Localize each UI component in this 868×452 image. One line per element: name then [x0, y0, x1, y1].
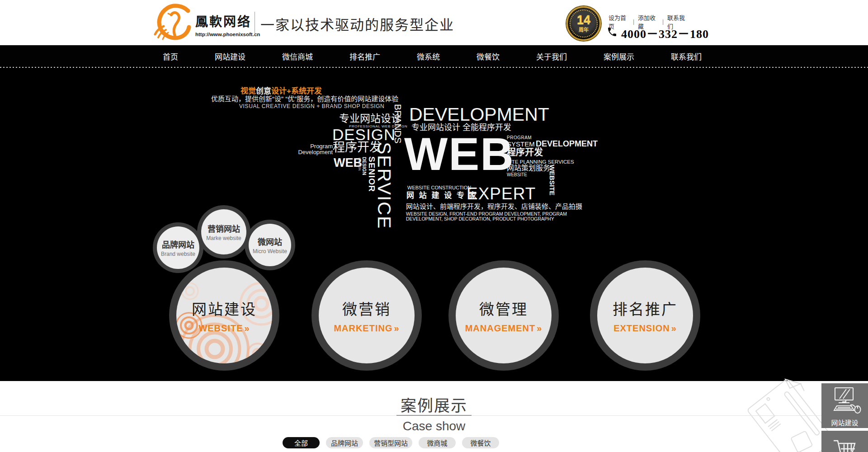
bubble-title: 营销网站: [208, 222, 240, 234]
case-show-title: 案例展示: [0, 393, 868, 416]
cloud-zh-services-line: 网站设计、前端程序开发，程序开发、店铺装修、产品拍摄: [406, 203, 582, 210]
cloud-senior-vertical: SENIOR: [367, 156, 376, 192]
bubble-subtitle: Micro Website: [253, 248, 287, 254]
case-show-section: 案例展示 Case show 全部 品牌网站 营销型网站 微商城 微餐饮: [0, 381, 868, 452]
service-subtitle: WEBSITE: [198, 323, 243, 334]
cloud-website-construction: WEBSITE CONSTRUCTION: [407, 185, 471, 191]
cloud-brands-vertical: BRANDS: [393, 104, 403, 144]
anniversary-number: 14: [577, 14, 590, 26]
nav-item-micro-catering[interactable]: 微餐饮: [476, 51, 500, 62]
service-circle-ranking-extension[interactable]: 排名推广 EXTENSION »: [590, 260, 700, 371]
logo[interactable]: 鳳軟网络 http://www.phoenixsoft.cn: [195, 12, 260, 37]
computer-icon: [829, 387, 861, 416]
filter-all[interactable]: 全部: [283, 437, 320, 448]
cloud-development-medium: DEVELOPMENT: [536, 140, 598, 148]
phone-icon: [607, 27, 618, 39]
cloud-system: SYSTEM: [507, 141, 535, 148]
chevron-right-icon: »: [245, 323, 250, 334]
cloud-expert: EXPERT: [467, 185, 536, 203]
slogan-part1: 视觉: [241, 87, 256, 95]
hero-banner: 视觉创意设计+系统开发 优质互动，提供创新“设” “优”服务，创造有价值的网站建…: [0, 67, 868, 381]
chevron-right-icon: »: [394, 323, 399, 334]
chevron-right-icon: »: [671, 323, 677, 334]
nav-item-wechat-mall[interactable]: 微信商城: [282, 51, 313, 62]
nav-item-home[interactable]: 首页: [163, 51, 178, 62]
bubble-subtitle: Brand website: [161, 251, 195, 257]
service-subtitle: MARKETING: [334, 323, 392, 334]
cloud-program-development: Program Development: [293, 143, 333, 155]
hero-slogan-line2: 优质互动，提供创新“设” “优”服务，创造有价值的网站建设体验: [211, 95, 398, 103]
nav-item-ranking-promotion[interactable]: 排名推广: [349, 51, 380, 62]
dotted-separator: [0, 67, 868, 68]
cloud-zh-program-dev2: 程序开发: [507, 148, 543, 157]
anniversary-label: 周年: [579, 26, 589, 33]
hero-slogan-line1: 视觉创意设计+系统开发: [241, 87, 322, 95]
nav-item-website-build[interactable]: 网站建设: [215, 51, 245, 62]
bubble-subtitle: Marke website: [206, 235, 241, 241]
cloud-program-small: PROGRAM: [507, 136, 532, 141]
slogan-part3: 设计+系统开发: [271, 87, 322, 95]
service-title: 排名推广: [613, 297, 678, 319]
service-title: 微管理: [479, 297, 528, 319]
phone-number: 4000－332－180: [621, 24, 709, 41]
cloud-design-small-vertical: DESIGN: [362, 157, 367, 175]
cloud-service-vertical: SERVICE: [374, 142, 394, 229]
phoenix-logo-icon[interactable]: [154, 4, 194, 43]
filter-marketing-website[interactable]: 营销型网站: [369, 437, 412, 448]
cloud-website-vertical: WEBSITE: [548, 165, 556, 195]
service-title: 微营销: [342, 297, 391, 319]
floating-sidebar: 网站建设: [821, 383, 868, 452]
service-subtitle: EXTENSION: [613, 323, 670, 334]
logo-url: http://www.phoenixsoft.cn: [195, 32, 260, 37]
main-nav: 首页 网站建设 微信商城 排名推广 微系统 微餐饮 关于我们 案例展示 联系我们: [0, 45, 868, 67]
sidebar-item-label: 网站建设: [831, 418, 858, 427]
service-title: 网站建设: [192, 297, 257, 319]
slogan-part2: 创意: [256, 87, 271, 95]
service-circle-micro-management[interactable]: 微管理 MANAGEMENT »: [448, 260, 559, 371]
link-separator: |: [662, 19, 664, 25]
phone-row: 4000－332－180: [607, 24, 709, 41]
service-subtitle: MANAGEMENT: [465, 323, 536, 334]
filter-micro-mall[interactable]: 微商城: [419, 437, 456, 448]
nav-item-about-us[interactable]: 关于我们: [536, 51, 567, 62]
logo-name: 鳳軟网络: [195, 12, 260, 30]
cart-icon: [832, 438, 858, 452]
bubble-brand-website[interactable]: 品牌网站 Brand website: [153, 222, 203, 273]
bubble-marketing-website[interactable]: 营销网站 Marke website: [197, 205, 250, 259]
case-show-subtitle: Case show: [0, 419, 868, 433]
cloud-program-line2: Development: [293, 149, 333, 155]
anniversary-badge: 14 周年: [566, 6, 601, 41]
cloud-en-services-line2: DEVELOPMENT, SHOP DECORATION, PRODUCT PH…: [406, 217, 554, 221]
nav-item-micro-system[interactable]: 微系统: [417, 51, 440, 62]
filter-brand-website[interactable]: 品牌网站: [326, 437, 363, 448]
bubble-micro-website[interactable]: 微网站 Micro Website: [245, 220, 295, 270]
header: 鳳軟网络 http://www.phoenixsoft.cn 一家以技术驱动的服…: [0, 0, 868, 45]
service-circle-micro-marketing[interactable]: 微营销 MARKETING »: [311, 260, 422, 371]
cloud-web-huge: WEB: [404, 131, 514, 177]
service-circle-website[interactable]: 网站建设 WEBSITE »: [169, 260, 279, 371]
filter-micro-catering[interactable]: 微餐饮: [462, 437, 499, 448]
hero-slogan-line3: VISUAL CREATIVE DESIGN + BRAND SHOP DESI…: [239, 104, 384, 109]
nav-item-case-show[interactable]: 案例展示: [604, 51, 634, 62]
header-divider: [255, 12, 255, 34]
cloud-website-small: WEBSITE: [507, 173, 527, 178]
sidebar-item-cart[interactable]: [821, 431, 868, 452]
title-underline: [396, 415, 472, 416]
sidebar-item-website[interactable]: 网站建设: [821, 383, 868, 428]
chevron-right-icon: »: [537, 323, 542, 334]
nav-item-contact-us[interactable]: 联系我们: [671, 51, 702, 62]
bubble-title: 微网站: [258, 235, 282, 247]
case-filter-bar: 全部 品牌网站 营销型网站 微商城 微餐饮: [283, 437, 499, 448]
bubble-title: 品牌网站: [162, 238, 194, 250]
cloud-development-big: DEVELOPMENT: [409, 105, 549, 124]
header-tagline: 一家以技术驱动的服务型企业: [260, 14, 454, 34]
cloud-design-tiny-vertical: DESIGN: [358, 158, 361, 171]
cloud-zh-web-design: 专业网站设计: [339, 113, 401, 124]
link-separator: |: [633, 19, 634, 25]
cloud-zh-site-planning: 网站策划服务: [507, 165, 550, 172]
